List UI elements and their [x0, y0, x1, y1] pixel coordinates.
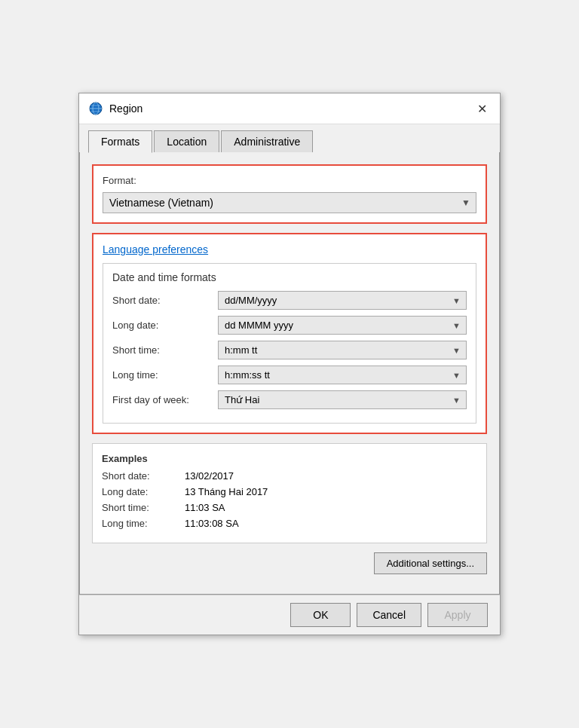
example-long-date: Long date: 13 Tháng Hai 2017 [102, 486, 477, 497]
long-date-row: Long date: dd MMMM yyyy ▼ [112, 316, 467, 335]
example-short-date-value: 13/02/2017 [185, 470, 234, 482]
short-date-select-wrapper: dd/MM/yyyy ▼ [218, 291, 467, 310]
long-time-select-wrapper: h:mm:ss tt ▼ [218, 366, 467, 384]
format-select-wrapper: Vietnamese (Vietnam) ▼ [103, 192, 476, 213]
cancel-button[interactable]: Cancel [357, 603, 421, 627]
content-area: Format: Vietnamese (Vietnam) ▼ Language … [79, 152, 500, 595]
example-short-date: Short date: 13/02/2017 [102, 470, 477, 482]
short-time-label: Short time: [112, 344, 218, 356]
tab-bar: Formats Location Administrative [79, 124, 500, 152]
example-short-date-label: Short date: [102, 470, 185, 482]
tab-location[interactable]: Location [154, 130, 219, 152]
short-date-label: Short date: [112, 295, 218, 306]
first-day-select-wrapper: Thứ Hai ▼ [218, 390, 467, 409]
example-short-time-label: Short time: [102, 502, 185, 513]
short-time-select[interactable]: h:mm tt [218, 341, 467, 359]
first-day-row: First day of week: Thứ Hai ▼ [112, 390, 467, 409]
long-date-select-wrapper: dd MMMM yyyy ▼ [218, 316, 467, 335]
apply-button[interactable]: Apply [427, 603, 488, 627]
examples-section: Examples Short date: 13/02/2017 Long dat… [92, 443, 487, 543]
language-preferences-link[interactable]: Language preferences [103, 243, 208, 255]
short-time-row: Short time: h:mm tt ▼ [112, 341, 467, 359]
long-time-row: Long time: h:mm:ss tt ▼ [112, 366, 467, 384]
language-datetime-section: Language preferences Date and time forma… [92, 233, 487, 434]
example-short-time: Short time: 11:03 SA [102, 502, 477, 513]
region-dialog: Region ✕ Formats Location Administrative… [78, 93, 501, 635]
format-label: Format: [103, 175, 476, 186]
tab-administrative[interactable]: Administrative [221, 130, 313, 152]
additional-settings-row: Additional settings... [92, 552, 487, 574]
title-bar-left: Region [88, 101, 142, 116]
example-long-time: Long time: 11:03:08 SA [102, 518, 477, 529]
long-time-select[interactable]: h:mm:ss tt [218, 366, 467, 384]
short-date-row: Short date: dd/MM/yyyy ▼ [112, 291, 467, 310]
example-long-date-label: Long date: [102, 486, 185, 497]
examples-title: Examples [102, 453, 477, 464]
short-date-select[interactable]: dd/MM/yyyy [218, 291, 467, 310]
datetime-section: Date and time formats Short date: dd/MM/… [103, 263, 476, 424]
title-bar: Region ✕ [79, 93, 500, 124]
format-section: Format: Vietnamese (Vietnam) ▼ [92, 164, 487, 224]
window-title: Region [109, 102, 142, 115]
first-day-select[interactable]: Thứ Hai [218, 390, 467, 409]
tab-formats[interactable]: Formats [88, 130, 152, 153]
example-long-date-value: 13 Tháng Hai 2017 [185, 486, 268, 497]
close-button[interactable]: ✕ [473, 99, 491, 118]
datetime-section-title: Date and time formats [112, 271, 467, 283]
short-time-select-wrapper: h:mm tt ▼ [218, 341, 467, 359]
additional-settings-button[interactable]: Additional settings... [374, 552, 487, 574]
example-long-time-label: Long time: [102, 518, 185, 529]
globe-icon [88, 101, 103, 116]
footer-buttons: OK Cancel Apply [79, 595, 500, 635]
ok-button[interactable]: OK [290, 603, 351, 627]
first-day-label: First day of week: [112, 394, 218, 405]
format-select[interactable]: Vietnamese (Vietnam) [103, 192, 476, 213]
long-date-select[interactable]: dd MMMM yyyy [218, 316, 467, 335]
long-time-label: Long time: [112, 369, 218, 381]
example-short-time-value: 11:03 SA [185, 502, 225, 513]
example-long-time-value: 11:03:08 SA [185, 518, 239, 529]
long-date-label: Long date: [112, 320, 218, 331]
